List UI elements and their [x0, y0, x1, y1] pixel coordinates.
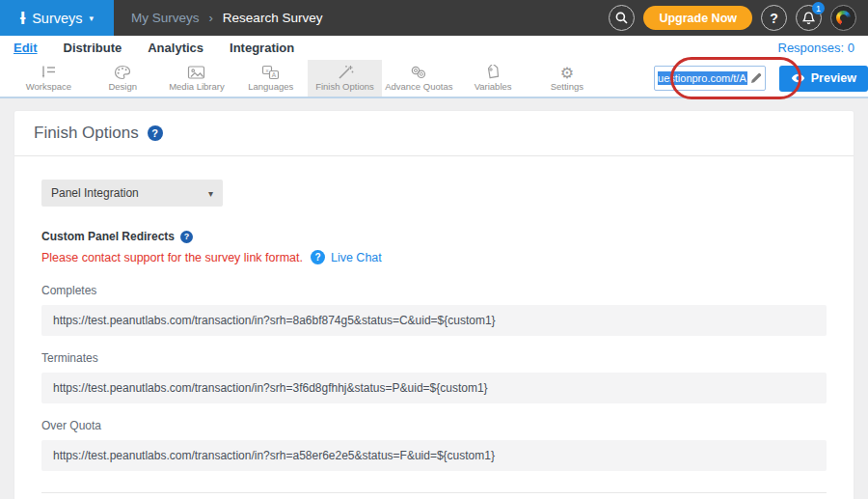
toolbar-item-design[interactable]: Design: [86, 60, 160, 97]
survey-url-text-clip: https://questionpro.com/t/A: [658, 71, 747, 85]
survey-url-input[interactable]: https://questionpro.com/t/A: [654, 66, 766, 91]
tab-integration[interactable]: Integration: [230, 41, 294, 55]
edit-pencil-icon[interactable]: [750, 72, 762, 84]
help-button[interactable]: ?: [761, 5, 787, 31]
live-chat-icon[interactable]: ?: [311, 250, 325, 264]
section-label: Custom Panel Redirects: [41, 230, 175, 243]
finish-options-card: Finish Options ? Panel Integration ▾ Cus…: [14, 111, 854, 499]
bell-icon: [802, 12, 815, 25]
toolbar-item-variables[interactable]: Variables: [456, 60, 530, 97]
preview-label: Preview: [811, 71, 856, 85]
magic-wand-icon: [337, 65, 354, 80]
notifications-button[interactable]: 1: [796, 5, 822, 31]
product-name: Surveys: [32, 11, 82, 26]
search-button[interactable]: [609, 5, 635, 31]
image-icon: [187, 65, 205, 80]
account-avatar[interactable]: [830, 5, 856, 31]
toolbar-item-label: Settings: [551, 81, 583, 92]
notification-badge: 1: [812, 2, 825, 14]
breadcrumb-survey-name: Research Survey: [223, 11, 323, 25]
svg-text:A: A: [272, 71, 277, 78]
palette-icon: [114, 65, 131, 80]
field-label-completes: Completes: [41, 284, 827, 297]
support-note-text: Please contact support for the survey li…: [41, 251, 303, 264]
tag-icon: [485, 65, 502, 80]
breadcrumb-separator: ›: [209, 11, 213, 25]
workspace-icon: [39, 65, 58, 80]
toolbar-item-label: Workspace: [26, 81, 71, 92]
toolbar-item-languages[interactable]: xA Languages: [233, 60, 308, 97]
toolbar-item-workspace[interactable]: Workspace: [12, 60, 86, 97]
breadcrumb: My Surveys › Research Survey: [131, 11, 322, 25]
field-label-over-quota: Over Quota: [41, 419, 827, 432]
edit-toolbar: Workspace Design Media Library xA Langua…: [0, 60, 868, 98]
field-label-terminates: Terminates: [41, 351, 827, 365]
terminates-field-group: Terminates https://test.peanutlabs.com/t…: [41, 351, 827, 403]
nav-tabs: Edit Distribute Analytics Integration Re…: [0, 36, 868, 60]
support-note-row: Please contact support for the survey li…: [41, 250, 827, 264]
breadcrumb-my-surveys[interactable]: My Surveys: [131, 11, 200, 25]
live-chat-link[interactable]: Live Chat: [331, 251, 382, 264]
survey-url-selected-text: https://questionpro.com/t/A: [658, 71, 747, 85]
eye-icon: [791, 73, 805, 83]
dropdown-selected-value: Panel Integration: [51, 186, 139, 200]
preview-button[interactable]: Preview: [779, 66, 868, 92]
toolbar-item-advance-quotas[interactable]: Advance Quotas: [382, 60, 456, 97]
over-quota-url-input[interactable]: https://test.peanutlabs.com/transaction/…: [41, 440, 827, 471]
top-header: Ɨ Surveys ▾ My Surveys › Research Survey…: [0, 0, 868, 36]
finish-option-type-select[interactable]: Panel Integration ▾: [41, 180, 223, 207]
avatar-logo-icon: [836, 11, 851, 25]
toolbar-item-label: Media Library: [169, 81, 225, 92]
completes-field-group: Completes https://test.peanutlabs.com/tr…: [41, 284, 827, 336]
gear-icon: ⚙: [560, 66, 574, 80]
completes-url-input[interactable]: https://test.peanutlabs.com/transaction/…: [41, 305, 827, 336]
translate-icon: xA: [261, 65, 280, 80]
finish-options-help-icon[interactable]: ?: [148, 125, 163, 141]
content-area: Finish Options ? Panel Integration ▾ Cus…: [0, 98, 868, 497]
custom-panel-redirects-help-icon[interactable]: ?: [180, 231, 193, 243]
toolbar-item-finish-options[interactable]: Finish Options: [308, 60, 382, 97]
divider: [41, 492, 827, 493]
chain-link-icon: [410, 65, 427, 80]
header-actions: Upgrade Now ? 1: [609, 5, 856, 31]
toolbar-item-media-library[interactable]: Media Library: [160, 60, 234, 97]
chevron-down-icon: ▾: [90, 14, 95, 23]
tab-edit[interactable]: Edit: [14, 41, 38, 55]
chevron-down-icon: ▾: [208, 188, 213, 199]
toolbar-item-label: Languages: [248, 81, 293, 92]
tab-distribute[interactable]: Distribute: [64, 41, 122, 55]
terminates-url-input[interactable]: https://test.peanutlabs.com/transaction/…: [41, 373, 827, 403]
card-body: Panel Integration ▾ Custom Panel Redirec…: [14, 156, 854, 499]
toolbar-item-label: Finish Options: [315, 81, 374, 92]
custom-panel-redirects-row: Custom Panel Redirects ?: [41, 230, 827, 243]
toolbar-item-label: Variables: [475, 81, 512, 92]
tab-analytics[interactable]: Analytics: [148, 41, 203, 55]
questionpro-logo-icon: Ɨ: [20, 9, 25, 27]
upgrade-now-button[interactable]: Upgrade Now: [643, 6, 752, 30]
page: Ɨ Surveys ▾ My Surveys › Research Survey…: [0, 0, 868, 499]
search-icon: [615, 12, 628, 24]
toolbar-item-label: Advance Quotas: [385, 81, 452, 92]
page-title: Finish Options: [34, 124, 139, 143]
toolbar-item-label: Design: [108, 81, 137, 92]
over-quota-field-group: Over Quota https://test.peanutlabs.com/t…: [41, 419, 827, 471]
product-switcher[interactable]: Ɨ Surveys ▾: [0, 0, 114, 36]
toolbar-item-settings[interactable]: ⚙ Settings: [529, 60, 604, 97]
card-header: Finish Options ?: [14, 111, 854, 156]
responses-count[interactable]: Responses: 0: [778, 41, 855, 55]
svg-text:x: x: [266, 68, 269, 73]
